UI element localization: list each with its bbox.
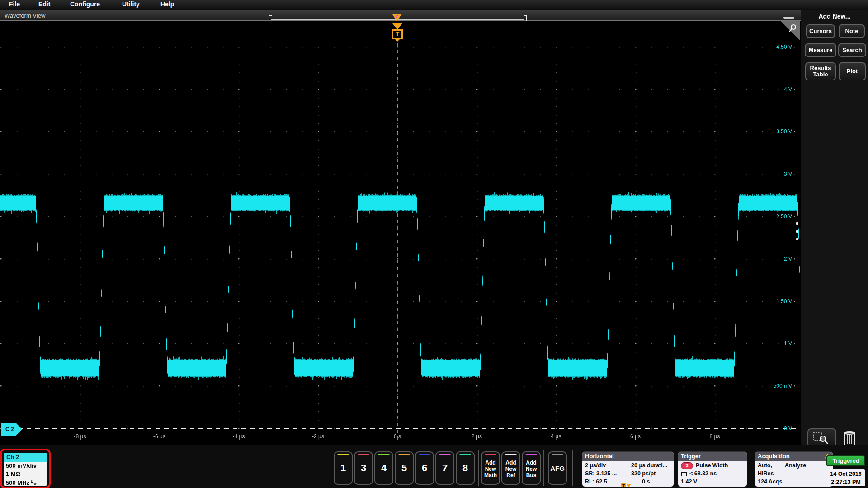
oscilloscope-screen: File Edit Configure Utility Help Wavefor… — [0, 0, 868, 488]
afg-color-stripe — [552, 454, 564, 455]
trash-icon — [842, 428, 857, 447]
acquisition-analyze: Analyze — [785, 461, 806, 469]
right-panel: Add New... Cursors Note Measure Search R… — [801, 10, 868, 445]
trigger-type: Pulse Width — [696, 462, 728, 469]
horizontal-scale: 2 µs/div — [585, 461, 631, 469]
channel-4-color-stripe — [378, 454, 390, 455]
afg-button[interactable]: AFG — [548, 451, 567, 485]
acquisition-panel[interactable]: ⚠Acquisition Auto,Analyze HiRes 124 Acqs — [755, 452, 833, 487]
channel-5-button[interactable]: 5 — [395, 451, 414, 485]
trigger-panel[interactable]: Trigger 3Pulse Width < 68.32 ns 1.42 V — [678, 452, 747, 487]
channel-4-button[interactable]: 4 — [374, 451, 393, 485]
add-note-button[interactable]: Note — [839, 24, 865, 38]
channel-6-label: 6 — [422, 462, 427, 474]
acquisition-count: 124 Acqs — [758, 478, 830, 486]
add-results-table-button[interactable]: Results Table — [805, 62, 836, 80]
horizontal-panel-title: Horizontal — [582, 452, 674, 461]
channel-3-color-stripe — [358, 454, 370, 455]
separator — [572, 450, 573, 486]
add-new-ref-button[interactable]: AddNewRef — [501, 451, 520, 485]
add-new-title: Add New... — [801, 13, 868, 20]
ref-color-stripe — [505, 454, 517, 455]
channel2-bandwidth: 500 MHz BW — [6, 478, 47, 486]
menu-utility[interactable]: Utility — [122, 0, 140, 8]
triggered-status-badge: Triggered — [826, 455, 865, 466]
minimize-button[interactable] — [783, 17, 794, 19]
horizontal-sample-rate: SR: 3.125 ... — [585, 469, 631, 478]
bus-color-stripe — [525, 454, 538, 455]
drag-handle-dot — [796, 238, 798, 240]
drag-handle-dot — [796, 230, 798, 233]
menu-bar: File Edit Configure Utility Help — [0, 0, 868, 10]
channel-8-color-stripe — [459, 454, 472, 455]
channel-5-label: 5 — [401, 462, 407, 474]
channel-5-color-stripe — [398, 454, 410, 455]
menu-configure[interactable]: Configure — [70, 0, 100, 8]
zoom-box-button[interactable] — [807, 428, 836, 447]
channel-7-label: 7 — [442, 462, 448, 474]
trigger-flag-icon: T — [621, 483, 626, 487]
channel2-scale: 500 mV/div — [6, 462, 47, 470]
add-cursors-button[interactable]: Cursors — [806, 24, 835, 38]
pulse-width-icon — [681, 472, 687, 476]
separator — [543, 450, 544, 486]
channel-1-color-stripe — [337, 454, 349, 455]
zoom-box-icon — [813, 432, 831, 445]
drag-handle-dot — [796, 222, 798, 225]
channel-7-color-stripe — [439, 454, 451, 455]
horizontal-resolution: 320 ps/pt — [631, 469, 656, 478]
add-new-math-button[interactable]: AddNewMath — [481, 451, 500, 485]
trigger-indicator-point — [395, 39, 400, 42]
channel-7-button[interactable]: 7 — [435, 451, 454, 485]
date-label: 14 Oct 2016 — [826, 470, 865, 478]
horizontal-record-length: RL: 62.5 kptsT — [585, 478, 631, 487]
trigger-condition: < 68.32 ns — [689, 470, 717, 477]
trigger-indicator-icon[interactable]: T — [392, 29, 403, 39]
add-search-button[interactable]: Search — [838, 43, 866, 57]
waveform-canvas[interactable] — [0, 21, 800, 445]
channel2-badge-details: 500 mV/div 1 MΩ 500 MHz BW — [4, 462, 47, 486]
channel-3-button[interactable]: 3 — [354, 451, 373, 485]
magnifier-icon — [788, 23, 797, 33]
acquisition-type: HiRes — [758, 469, 830, 478]
channel-4-label: 4 — [381, 462, 387, 474]
menu-file[interactable]: File — [9, 0, 20, 8]
channel-1-label: 1 — [340, 462, 346, 474]
trigger-source-badge: 3 — [681, 462, 693, 469]
channel2-badge[interactable]: Ch 2 500 mV/div 1 MΩ 500 MHz BW — [4, 453, 47, 486]
menu-edit[interactable]: Edit — [38, 0, 50, 8]
trigger-flag-arrow-icon — [627, 484, 631, 487]
horizontal-delay: 0 s — [642, 478, 650, 487]
trigger-indicator-arrow — [392, 23, 402, 29]
channel2-ground-marker-label: C 2 — [5, 426, 14, 432]
channel2-impedance: 1 MΩ — [6, 470, 47, 478]
add-plot-button[interactable]: Plot — [839, 62, 866, 80]
trigger-panel-title: Trigger — [678, 452, 747, 461]
waveform-grid[interactable]: C 2 — [0, 21, 800, 445]
time-label: 2:27:13 PM — [826, 478, 865, 486]
bottom-bar: Ch 2 500 mV/div 1 MΩ 500 MHz BW 1 3 4 5 … — [0, 445, 868, 488]
horizontal-panel[interactable]: Horizontal 2 µs/div20 µs durati... SR: 3… — [582, 452, 674, 487]
channel2-badge-title: Ch 2 — [4, 453, 47, 462]
trigger-level: 1.42 V — [681, 478, 744, 486]
trigger-position-bar-letter: T — [396, 14, 398, 19]
horizontal-duration: 20 µs durati... — [631, 461, 667, 469]
channel-6-color-stripe — [419, 454, 431, 455]
channel-3-label: 3 — [361, 462, 366, 474]
channel-8-button[interactable]: 8 — [456, 451, 475, 485]
channel-8-label: 8 — [462, 462, 468, 474]
math-color-stripe — [485, 454, 497, 455]
add-new-bus-button[interactable]: AddNewBus — [522, 451, 541, 485]
menu-help[interactable]: Help — [160, 0, 174, 8]
waveform-view-title: Waveform View — [5, 12, 45, 19]
panel-drag-handle[interactable] — [795, 222, 799, 240]
add-measure-button[interactable]: Measure — [805, 43, 836, 57]
acquisition-mode: Auto, — [758, 462, 772, 469]
channel-6-button[interactable]: 6 — [415, 451, 434, 485]
afg-label: AFG — [550, 465, 565, 472]
channel-1-button[interactable]: 1 — [334, 451, 353, 485]
acquisition-panel-title: ⚠Acquisition — [755, 452, 833, 461]
separator — [478, 450, 479, 486]
datetime-display: 14 Oct 2016 2:27:13 PM — [826, 469, 865, 486]
